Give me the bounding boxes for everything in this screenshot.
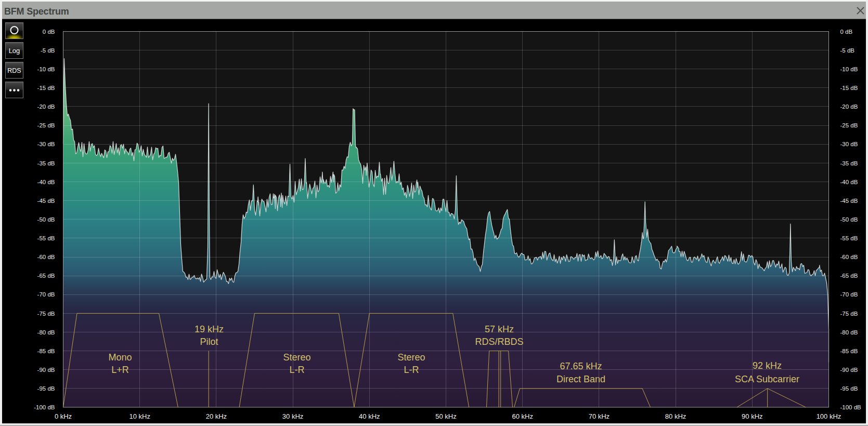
svg-text:-85 dB: -85 dB (37, 348, 55, 354)
svg-text:-55 dB: -55 dB (840, 235, 858, 241)
svg-text:-25 dB: -25 dB (37, 122, 55, 128)
svg-text:-95 dB: -95 dB (37, 385, 55, 392)
svg-text:-25 dB: -25 dB (840, 122, 858, 128)
svg-text:-70 dB: -70 dB (840, 291, 858, 298)
svg-text:-100 dB: -100 dB (34, 404, 55, 410)
svg-text:40 kHz: 40 kHz (359, 412, 380, 420)
svg-text:57 kHz: 57 kHz (485, 324, 514, 334)
svg-text:Mono: Mono (108, 352, 132, 363)
svg-text:L+R: L+R (111, 365, 129, 375)
svg-text:-90 dB: -90 dB (37, 367, 55, 373)
svg-text:-50 dB: -50 dB (840, 216, 858, 223)
svg-text:Log: Log (9, 47, 20, 55)
svg-text:-30 dB: -30 dB (840, 141, 858, 147)
svg-text:-100 dB: -100 dB (840, 404, 862, 410)
svg-text:90 kHz: 90 kHz (742, 412, 762, 420)
svg-text:SCA Subcarrier: SCA Subcarrier (735, 374, 799, 384)
svg-text:20 kHz: 20 kHz (206, 412, 227, 420)
svg-text:80 kHz: 80 kHz (665, 412, 686, 420)
svg-text:Stereo: Stereo (397, 352, 425, 363)
svg-text:L-R: L-R (404, 365, 419, 375)
svg-text:-15 dB: -15 dB (37, 85, 55, 91)
svg-text:-20 dB: -20 dB (37, 104, 55, 110)
svg-text:-10 dB: -10 dB (37, 66, 55, 72)
svg-text:-55 dB: -55 dB (37, 235, 55, 241)
svg-text:-35 dB: -35 dB (840, 160, 858, 166)
svg-text:100 kHz: 100 kHz (817, 412, 841, 420)
svg-text:10 kHz: 10 kHz (129, 412, 150, 420)
svg-text:L-R: L-R (289, 365, 304, 375)
svg-text:-40 dB: -40 dB (37, 179, 55, 185)
svg-text:Stereo: Stereo (283, 352, 310, 363)
svg-text:0 dB: 0 dB (43, 29, 55, 35)
svg-text:-15 dB: -15 dB (840, 85, 858, 91)
svg-text:-5 dB: -5 dB (840, 47, 855, 54)
svg-text:-10 dB: -10 dB (840, 66, 858, 72)
svg-text:BFM Spectrum: BFM Spectrum (4, 6, 69, 17)
svg-text:30 kHz: 30 kHz (282, 412, 303, 420)
svg-text:-60 dB: -60 dB (37, 254, 55, 260)
svg-text:19 kHz: 19 kHz (195, 324, 224, 334)
svg-text:50 kHz: 50 kHz (435, 412, 456, 420)
svg-text:92 kHz: 92 kHz (753, 360, 782, 371)
svg-text:-75 dB: -75 dB (37, 311, 55, 317)
svg-text:-95 dB: -95 dB (840, 385, 858, 392)
svg-text:-20 dB: -20 dB (840, 104, 858, 110)
svg-text:-65 dB: -65 dB (840, 273, 858, 279)
svg-text:-30 dB: -30 dB (37, 141, 55, 147)
svg-text:Direct Band: Direct Band (556, 374, 605, 384)
svg-text:-40 dB: -40 dB (840, 179, 858, 185)
svg-text:-35 dB: -35 dB (37, 160, 55, 166)
svg-text:Pilot: Pilot (200, 337, 218, 347)
svg-text:-65 dB: -65 dB (37, 273, 55, 279)
svg-text:-45 dB: -45 dB (840, 198, 858, 204)
svg-text:-75 dB: -75 dB (840, 311, 858, 317)
svg-text:-80 dB: -80 dB (840, 329, 858, 335)
svg-text:0 kHz: 0 kHz (55, 412, 72, 420)
svg-text:60 kHz: 60 kHz (512, 412, 533, 420)
svg-text:0 dB: 0 dB (840, 29, 853, 35)
svg-text:-70 dB: -70 dB (37, 291, 55, 298)
svg-text:-50 dB: -50 dB (37, 216, 55, 223)
svg-text:-90 dB: -90 dB (840, 367, 858, 373)
svg-text:-60 dB: -60 dB (840, 254, 858, 260)
svg-text:70 kHz: 70 kHz (589, 412, 610, 420)
svg-text:RDS: RDS (7, 67, 21, 74)
svg-text:-45 dB: -45 dB (37, 198, 55, 204)
svg-text:-80 dB: -80 dB (37, 329, 55, 335)
svg-text:-5 dB: -5 dB (41, 47, 55, 54)
svg-text:RDS/RBDS: RDS/RBDS (475, 337, 523, 347)
svg-text:67.65 kHz: 67.65 kHz (560, 361, 602, 371)
svg-text:-85 dB: -85 dB (840, 348, 858, 354)
